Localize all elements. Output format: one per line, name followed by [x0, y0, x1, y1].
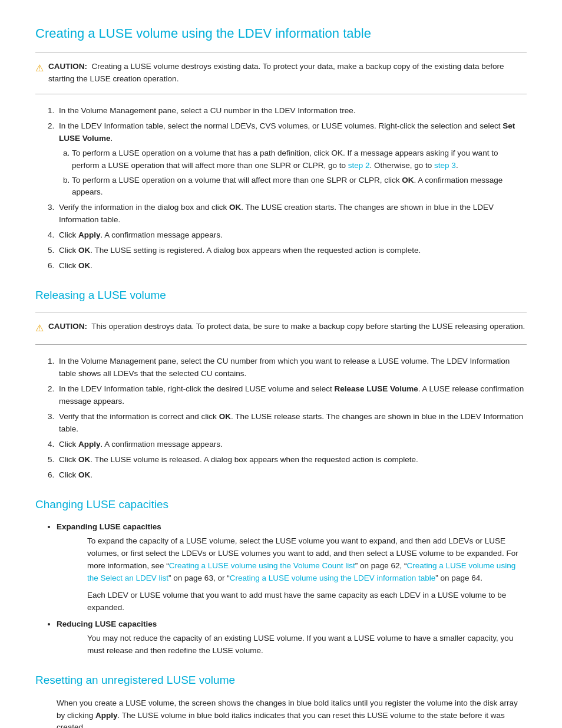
bullet-expanding: Expanding LUSE capacities To expand the … — [57, 521, 527, 614]
step-2-2: In the LDEV Information table, right-cli… — [57, 383, 527, 408]
bold-ok-2-3: OK — [219, 412, 231, 421]
caution-icon-1: ⚠ — [35, 61, 44, 76]
bold-ok-2-5: OK — [78, 455, 90, 464]
section-title-releasing-luse: Releasing a LUSE volume — [35, 286, 527, 304]
section-changing-luse: Changing LUSE capacities Expanding LUSE … — [35, 496, 527, 658]
substep-1-2a: To perform a LUSE operation on a volume … — [72, 147, 527, 172]
substeps-1-2: To perform a LUSE operation on a volume … — [72, 147, 527, 199]
bold-release-luse: Release LUSE Volume — [334, 384, 418, 393]
step-2-6: Click OK. — [57, 469, 527, 482]
step-1-1-text: In the Volume Management pane, select a … — [59, 106, 356, 115]
step-2-4: Click Apply. A confirmation message appe… — [57, 439, 527, 451]
caution-box-1: ⚠ CAUTION: Creating a LUSE volume destro… — [35, 61, 527, 94]
resetting-para: When you create a LUSE volume, the scree… — [57, 697, 527, 728]
link-step3[interactable]: step 3 — [434, 161, 456, 170]
caution-icon-2: ⚠ — [35, 321, 44, 336]
bullet-reducing-label: Reducing LUSE capacities — [57, 620, 157, 628]
step-1-3: Verify the information in the dialog box… — [57, 202, 527, 226]
caution-box-2: ⚠ CAUTION: This operation destroys data.… — [35, 321, 527, 345]
steps-list-2: In the Volume Management pane, select th… — [57, 355, 527, 481]
caution-label-2: CAUTION: — [48, 322, 87, 331]
section-creating-luse-ldev: Creating a LUSE volume using the LDEV in… — [35, 24, 527, 272]
expanding-para-2: Each LDEV or LUSE volume that you want t… — [87, 589, 527, 614]
divider-1 — [35, 52, 527, 52]
step-1-5: Click OK. The LUSE setting is registered… — [57, 245, 527, 257]
bold-ok-2-6: OK — [78, 470, 90, 479]
step-1-1: In the Volume Management pane, select a … — [57, 105, 527, 117]
bold-apply-2-4: Apply — [78, 440, 101, 449]
step-2-5: Click OK. The LUSE volume is released. A… — [57, 454, 527, 466]
step-1-6: Click OK. — [57, 260, 527, 272]
caution-label-1: CAUTION: — [48, 62, 87, 71]
section-title-changing-luse: Changing LUSE capacities — [35, 496, 527, 513]
link-volume-count[interactable]: Creating a LUSE volume using the Volume … — [169, 561, 355, 570]
steps-list-1: In the Volume Management pane, select a … — [57, 105, 527, 272]
caution-body-2: This operation destroys data. To protect… — [91, 322, 525, 331]
divider-2 — [35, 312, 527, 312]
step-1-2: In the LDEV Information table, select th… — [57, 120, 527, 199]
reducing-para-1: You may not reduce the capacity of an ex… — [87, 633, 527, 657]
bullet-list-changing: Expanding LUSE capacities To expand the … — [57, 521, 527, 657]
expanding-para-1: To expand the capacity of a LUSE volume,… — [87, 535, 527, 585]
section-title-creating-luse-ldev: Creating a LUSE volume using the LDEV in… — [35, 24, 527, 44]
caution-body-1: Creating a LUSE volume destroys existing… — [48, 62, 504, 83]
caution-text-1: CAUTION: Creating a LUSE volume destroys… — [48, 61, 527, 85]
step-2-3: Verify that the information is correct a… — [57, 411, 527, 436]
substep-1-2b: To perform a LUSE operation on a volume … — [72, 174, 527, 199]
section-resetting-luse: Resetting an unregistered LUSE volume Wh… — [35, 671, 527, 728]
bold-ok-5: OK — [78, 246, 90, 255]
link-step2[interactable]: step 2 — [348, 161, 370, 170]
bold-ok-3: OK — [229, 203, 241, 212]
step-1-4: Click Apply. A confirmation message appe… — [57, 229, 527, 242]
bullet-reducing: Reducing LUSE capacities You may not red… — [57, 618, 527, 657]
caution-text-2: CAUTION: This operation destroys data. T… — [48, 321, 525, 333]
bullet-expanding-label: Expanding LUSE capacities — [57, 522, 161, 531]
bold-apply-reset: Apply — [95, 711, 118, 720]
bold-ok-6: OK — [78, 261, 90, 270]
section-title-resetting: Resetting an unregistered LUSE volume — [35, 671, 527, 689]
section-releasing-luse: Releasing a LUSE volume ⚠ CAUTION: This … — [35, 286, 527, 482]
step-2-1: In the Volume Management pane, select th… — [57, 355, 527, 380]
bold-ok-2b: OK — [402, 176, 414, 185]
bold-apply-4: Apply — [78, 230, 101, 239]
link-ldev-info[interactable]: Creating a LUSE volume using the LDEV in… — [230, 574, 436, 582]
bold-set-luse: Set LUSE Volume — [59, 121, 515, 143]
